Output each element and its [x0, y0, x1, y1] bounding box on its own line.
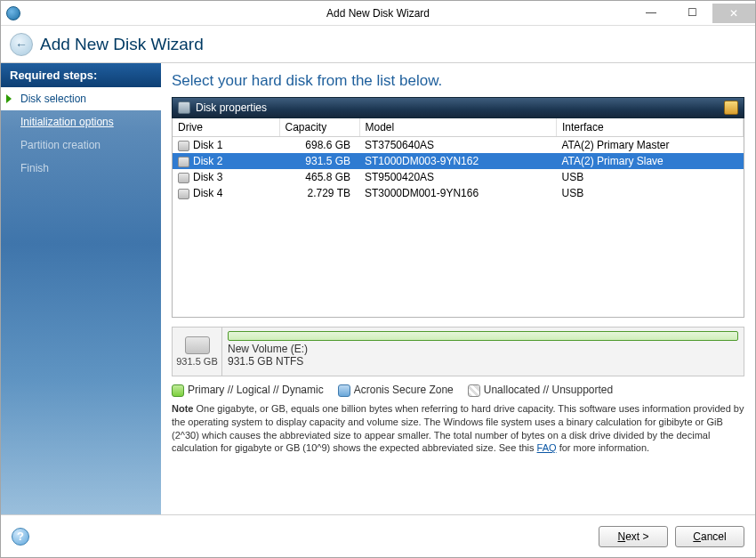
drive-icon	[178, 173, 189, 183]
legend-primary: Primary // Logical // Dynamic	[188, 384, 324, 396]
col-interface[interactable]: Interface	[557, 118, 744, 137]
note-text-1: One gigabyte, or GB, equals one billion …	[172, 403, 744, 454]
table-header-row: Drive Capacity Model Interface	[173, 118, 744, 137]
window-buttons: — ☐ ✕	[631, 4, 755, 23]
table-row[interactable]: Disk 1698.6 GBST3750640ASATA(2) Primary …	[173, 137, 744, 154]
table-row[interactable]: Disk 3465.8 GBST9500420ASUSB	[173, 169, 744, 185]
drive-icon	[178, 157, 189, 167]
volume-right: New Volume (E:) 931.5 GB NTFS	[222, 328, 744, 376]
maximize-button[interactable]: ☐	[672, 4, 712, 22]
step-initialization-options[interactable]: Initialization options	[1, 110, 161, 133]
volume-name: New Volume (E:)	[228, 343, 738, 355]
footer: ? Next > Cancel	[1, 514, 755, 557]
window-title: Add New Disk Wizard	[326, 7, 430, 20]
note-block: Note One gigabyte, or GB, equals one bil…	[172, 402, 744, 455]
volume-detail: 931.5 GB NTFS	[228, 355, 738, 368]
app-icon	[6, 6, 20, 20]
page-title: Add New Disk Wizard	[40, 35, 204, 54]
volume-panel: 931.5 GB New Volume (E:) 931.5 GB NTFS	[172, 327, 744, 376]
disk-properties-label: Disk properties	[196, 101, 267, 114]
legend-swatch-acronis	[338, 384, 350, 397]
hdd-icon	[185, 336, 210, 354]
titlebar: Add New Disk Wizard — ☐ ✕	[1, 1, 755, 26]
next-button[interactable]: Next >	[599, 526, 668, 547]
table-row[interactable]: Disk 2931.5 GBST1000DM003-9YN162ATA(2) P…	[173, 153, 744, 169]
note-text-2: for more information.	[557, 442, 650, 453]
sidebar-heading: Required steps:	[1, 63, 161, 87]
legend-swatch-unallocated	[468, 384, 480, 397]
step-disk-selection[interactable]: Disk selection	[1, 87, 161, 110]
col-capacity[interactable]: Capacity	[279, 118, 359, 137]
drive-icon	[178, 141, 189, 151]
help-icon[interactable]: ?	[12, 528, 29, 546]
legend: Primary // Logical // Dynamic Acronis Se…	[172, 384, 744, 397]
disk-icon	[178, 101, 190, 114]
drive-icon	[178, 189, 189, 199]
back-arrow-icon: ←	[15, 37, 28, 52]
note-label: Note	[172, 403, 193, 414]
disk-table: Drive Capacity Model Interface Disk 1698…	[172, 118, 744, 318]
volume-total-size: 931.5 GB	[176, 356, 217, 367]
legend-swatch-primary	[172, 384, 184, 397]
wizard-body: Required steps: Disk selection Initializ…	[1, 63, 755, 514]
col-drive[interactable]: Drive	[173, 118, 279, 137]
col-model[interactable]: Model	[359, 118, 557, 137]
cancel-button[interactable]: Cancel	[675, 526, 744, 547]
back-button[interactable]: ←	[10, 33, 33, 56]
volume-usage-bar[interactable]	[228, 331, 738, 341]
wizard-window: Add New Disk Wizard — ☐ ✕ ← Add New Disk…	[0, 0, 756, 558]
sidebar: Required steps: Disk selection Initializ…	[1, 63, 161, 514]
close-button[interactable]: ✕	[712, 4, 755, 23]
prompt-text: Select your hard disk from the list belo…	[172, 72, 744, 90]
step-partition-creation: Partition creation	[1, 133, 161, 157]
main-panel: Select your hard disk from the list belo…	[161, 63, 755, 514]
step-finish: Finish	[1, 157, 161, 180]
legend-acronis: Acronis Secure Zone	[354, 384, 454, 396]
wizard-header: ← Add New Disk Wizard	[1, 26, 755, 63]
minimize-button[interactable]: —	[631, 4, 672, 22]
disk-properties-bar: Disk properties	[172, 97, 744, 118]
volume-size-cell: 931.5 GB	[173, 328, 222, 376]
table-row[interactable]: Disk 42.729 TBST3000DM001-9YN166USB	[173, 185, 744, 201]
legend-unallocated: Unallocated // Unsupported	[484, 384, 613, 396]
faq-link[interactable]: FAQ	[537, 442, 557, 453]
columns-chooser-icon[interactable]	[724, 101, 738, 115]
